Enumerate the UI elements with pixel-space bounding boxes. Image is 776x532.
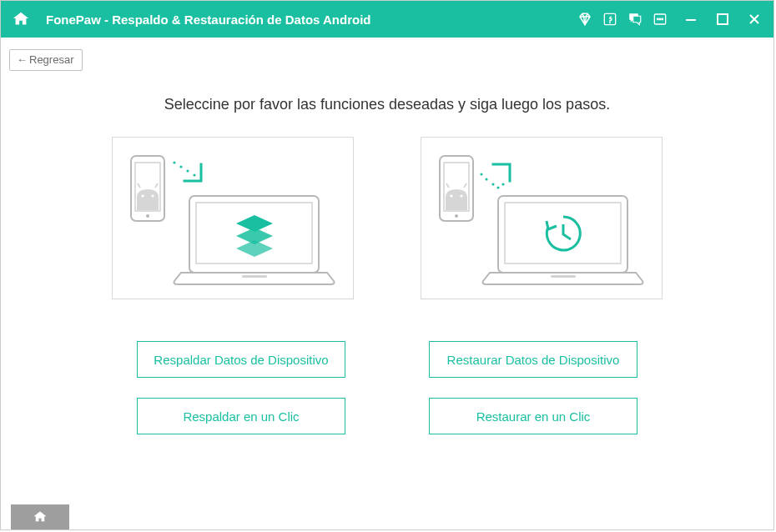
- backup-device-button[interactable]: Respaldar Datos de Dispositivo: [137, 341, 345, 378]
- restore-device-button[interactable]: Restaurar Datos de Dispositivo: [429, 341, 637, 378]
- page-headline: Seleccine por favor las funciones desead…: [43, 96, 732, 113]
- svg-point-14: [173, 161, 175, 163]
- facebook-icon[interactable]: [602, 11, 618, 28]
- svg-point-15: [179, 165, 182, 168]
- button-label: Restaurar en un Clic: [476, 409, 591, 424]
- svg-point-28: [501, 183, 504, 185]
- svg-point-9: [146, 214, 149, 218]
- android-icon: [137, 189, 159, 210]
- svg-point-3: [659, 18, 661, 20]
- diamond-icon[interactable]: [577, 11, 593, 28]
- maximize-button[interactable]: [713, 10, 732, 28]
- svg-rect-5: [686, 19, 696, 21]
- back-button[interactable]: ← Regresar: [9, 49, 83, 71]
- svg-point-4: [662, 18, 663, 20]
- svg-point-32: [480, 173, 482, 175]
- footer-home-tab[interactable]: [11, 504, 69, 529]
- backup-illustration-card: [112, 137, 354, 299]
- button-label: Restaurar Datos de Dispositivo: [447, 353, 620, 367]
- arrow-left-icon: ←: [17, 53, 28, 66]
- app-title: FonePaw - Respaldo & Restauración de Dat…: [46, 13, 371, 27]
- svg-point-31: [485, 178, 487, 180]
- home-icon: [12, 10, 30, 28]
- svg-point-2: [658, 18, 659, 20]
- feedback-icon[interactable]: [627, 11, 643, 28]
- titlebar: FonePaw - Respaldo & Restauración de Dat…: [1, 1, 773, 38]
- backup-one-click-button[interactable]: Respaldar en un Clic: [137, 398, 345, 434]
- svg-point-17: [193, 173, 195, 176]
- svg-rect-35: [551, 275, 576, 278]
- stack-icon: [236, 215, 273, 257]
- svg-point-16: [186, 169, 189, 172]
- home-icon: [33, 509, 48, 524]
- home-button[interactable]: [11, 9, 31, 29]
- svg-point-25: [460, 194, 462, 197]
- back-button-label: Regresar: [29, 53, 73, 66]
- svg-rect-20: [242, 275, 267, 278]
- restore-illustration-card: [421, 137, 663, 299]
- svg-point-23: [455, 214, 458, 218]
- android-icon: [446, 189, 467, 210]
- svg-point-11: [151, 194, 154, 197]
- button-label: Respaldar Datos de Dispositivo: [154, 353, 328, 367]
- svg-rect-6: [718, 14, 728, 24]
- button-label: Respaldar en un Clic: [183, 409, 299, 424]
- svg-point-10: [141, 194, 144, 197]
- svg-point-24: [450, 194, 452, 197]
- minimize-button[interactable]: [682, 10, 700, 28]
- restore-one-click-button[interactable]: Restaurar en un Clic: [429, 398, 637, 434]
- svg-point-29: [496, 186, 499, 188]
- menu-icon[interactable]: [652, 11, 668, 28]
- close-button[interactable]: [745, 10, 763, 28]
- svg-point-30: [491, 183, 494, 185]
